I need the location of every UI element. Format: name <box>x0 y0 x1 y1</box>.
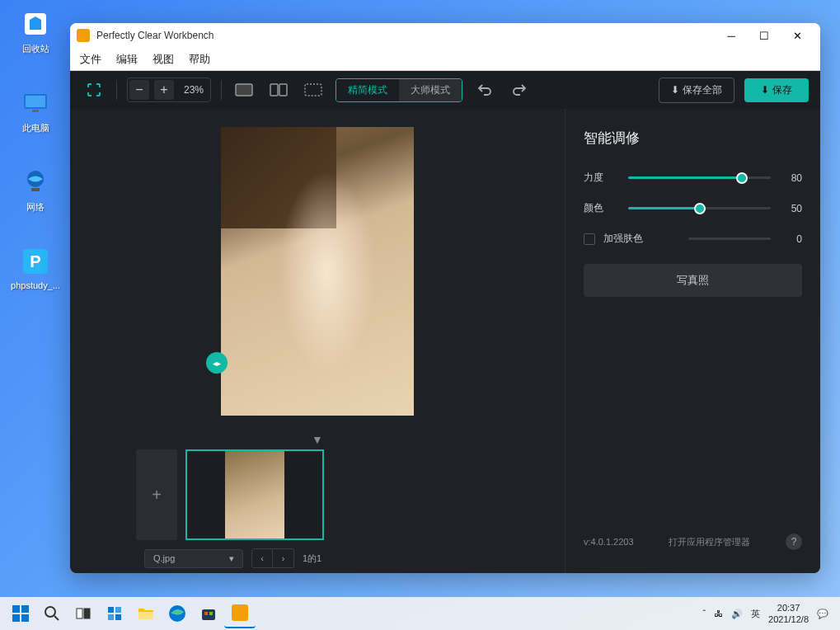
filmstrip: + <box>70 446 565 543</box>
prev-button[interactable]: ‹ <box>251 548 273 568</box>
svg-rect-23 <box>115 614 121 620</box>
thumbnail-selected[interactable] <box>185 449 324 540</box>
view-split-v-button[interactable] <box>301 78 326 102</box>
desktop-icon-network[interactable]: 网络 <box>7 165 64 214</box>
app-taskbar-button[interactable] <box>224 599 256 628</box>
menu-help[interactable]: 帮助 <box>189 52 210 67</box>
next-button[interactable]: › <box>273 548 294 568</box>
close-button[interactable]: ✕ <box>781 24 814 47</box>
checkbox-input[interactable] <box>584 233 595 245</box>
recycle-bin-icon <box>18 7 53 41</box>
add-image-button[interactable]: + <box>136 449 177 540</box>
download-icon: ⬇ <box>761 84 769 96</box>
globe-icon <box>18 165 53 200</box>
bottom-bar: Q.jpg▾ ‹ › 1的1 <box>70 543 565 573</box>
page-indicator: 1的1 <box>303 552 321 565</box>
svg-rect-15 <box>21 614 29 622</box>
menu-edit[interactable]: 编辑 <box>116 52 138 67</box>
svg-rect-9 <box>270 84 278 96</box>
zoom-controls: − + 23% <box>127 78 211 102</box>
notification-tray-icon[interactable]: 💬 <box>817 609 828 619</box>
svg-rect-3 <box>32 110 39 112</box>
compare-handle[interactable]: ◂▸ <box>206 352 228 374</box>
zoom-in-button[interactable]: + <box>154 80 174 100</box>
svg-rect-19 <box>84 609 90 618</box>
explorer-button[interactable] <box>130 599 162 628</box>
desktop-icon-this-pc[interactable]: 此电脑 <box>7 86 64 134</box>
menu-bar: 文件 编辑 视图 帮助 <box>70 48 820 71</box>
slider-value: 50 <box>782 203 802 214</box>
svg-rect-18 <box>77 609 82 618</box>
svg-rect-21 <box>115 607 121 613</box>
edge-button[interactable] <box>162 599 193 628</box>
slider-track[interactable] <box>628 176 771 179</box>
slider-color: 颜色 50 <box>584 201 802 215</box>
start-button[interactable] <box>5 599 36 628</box>
svg-rect-5 <box>31 188 40 191</box>
time-label: 20:37 <box>768 602 809 614</box>
volume-tray-icon[interactable]: 🔊 <box>731 609 743 619</box>
desktop-icon-phpstudy[interactable]: P phpstudy_... <box>7 244 64 290</box>
view-split-h-button[interactable] <box>266 78 291 102</box>
save-button[interactable]: ⬇保存 <box>744 78 809 102</box>
slider-track[interactable] <box>628 207 771 209</box>
minimize-button[interactable]: ─ <box>715 24 748 47</box>
view-single-button[interactable] <box>232 78 256 102</box>
maximize-button[interactable]: ☐ <box>748 24 781 47</box>
canvas-area: ◂▸ ▼ + Q.jpg▾ ‹ › 1的1 <box>70 109 565 573</box>
thumbnail-image <box>225 451 284 538</box>
taskbar: ˆ 🖧 🔊 英 20:37 2021/12/8 💬 <box>0 597 840 630</box>
clock[interactable]: 20:37 2021/12/8 <box>768 602 809 626</box>
search-button[interactable] <box>36 599 68 628</box>
widgets-button[interactable] <box>99 599 130 628</box>
slider-thumb[interactable] <box>694 203 706 214</box>
crop-button[interactable] <box>82 78 106 102</box>
ime-indicator[interactable]: 英 <box>751 608 760 620</box>
desktop-icon-label: phpstudy_... <box>11 280 60 290</box>
preset-button[interactable]: 写真照 <box>584 264 802 297</box>
slider-track-disabled <box>688 237 771 240</box>
thumbnail-progress <box>185 538 280 540</box>
undo-button[interactable] <box>472 78 497 102</box>
svg-rect-11 <box>305 84 321 96</box>
system-tray: ˆ 🖧 🔊 英 20:37 2021/12/8 💬 <box>702 602 835 626</box>
svg-text:P: P <box>30 252 40 270</box>
date-label: 2021/12/8 <box>768 614 809 625</box>
svg-rect-14 <box>12 614 20 622</box>
svg-rect-22 <box>108 614 114 620</box>
desktop-icon-recycle-bin[interactable]: 回收站 <box>7 7 64 55</box>
slider-label: 力度 <box>584 171 617 185</box>
network-tray-icon[interactable]: 🖧 <box>714 609 723 618</box>
collapse-arrow-icon[interactable]: ▼ <box>70 433 565 446</box>
toolbar: − + 23% 精简模式 大师模式 ⬇保存全部 ⬇保存 <box>70 71 820 109</box>
save-all-button[interactable]: ⬇保存全部 <box>659 78 734 103</box>
taskview-button[interactable] <box>68 599 99 628</box>
svg-rect-10 <box>279 84 287 96</box>
store-button[interactable] <box>193 599 224 628</box>
desktop-icon-label: 回收站 <box>22 43 49 55</box>
phpstudy-icon: P <box>18 244 53 279</box>
svg-point-16 <box>45 607 55 617</box>
slider-thumb[interactable] <box>736 172 748 184</box>
main-image <box>221 127 414 416</box>
svg-rect-13 <box>21 605 29 613</box>
menu-file[interactable]: 文件 <box>80 52 101 67</box>
mode-toggle: 精简模式 大师模式 <box>336 78 462 102</box>
menu-view[interactable]: 视图 <box>153 52 174 67</box>
zoom-out-button[interactable]: − <box>129 80 149 100</box>
redo-button[interactable] <box>507 78 532 102</box>
svg-line-17 <box>54 616 59 620</box>
mode-master-button[interactable]: 大师模式 <box>399 79 462 101</box>
file-selector[interactable]: Q.jpg▾ <box>144 549 243 568</box>
slider-strength: 力度 80 <box>584 171 802 185</box>
checkbox-label: 加强肤色 <box>603 232 677 246</box>
manager-link[interactable]: 打开应用程序管理器 <box>669 536 750 548</box>
version-label: v:4.0.1.2203 <box>584 537 634 547</box>
tray-chevron-icon[interactable]: ˆ <box>702 609 706 618</box>
slider-value: 0 <box>782 233 802 245</box>
help-button[interactable]: ? <box>786 534 802 550</box>
mode-simple-button[interactable]: 精简模式 <box>336 79 399 101</box>
svg-rect-8 <box>236 84 252 96</box>
svg-rect-27 <box>204 612 208 615</box>
image-viewport[interactable]: ◂▸ <box>70 109 565 428</box>
